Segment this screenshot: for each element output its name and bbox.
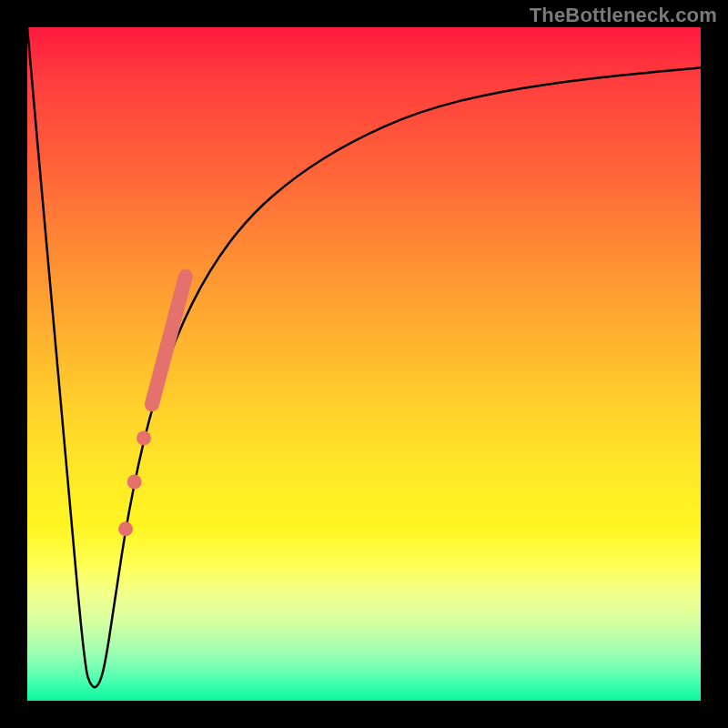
chart-svg [27, 27, 701, 701]
attribution-text: TheBottleneck.com [530, 4, 717, 27]
red-segment [152, 277, 186, 405]
svg-line-0 [152, 277, 186, 405]
chart-frame: TheBottleneck.com [0, 0, 728, 728]
highlight-dot [127, 475, 142, 490]
highlight-dot [136, 430, 151, 445]
plot-area [27, 27, 701, 701]
red-dots [118, 430, 151, 536]
bottleneck-curve [27, 27, 701, 687]
highlight-dot [118, 521, 133, 536]
